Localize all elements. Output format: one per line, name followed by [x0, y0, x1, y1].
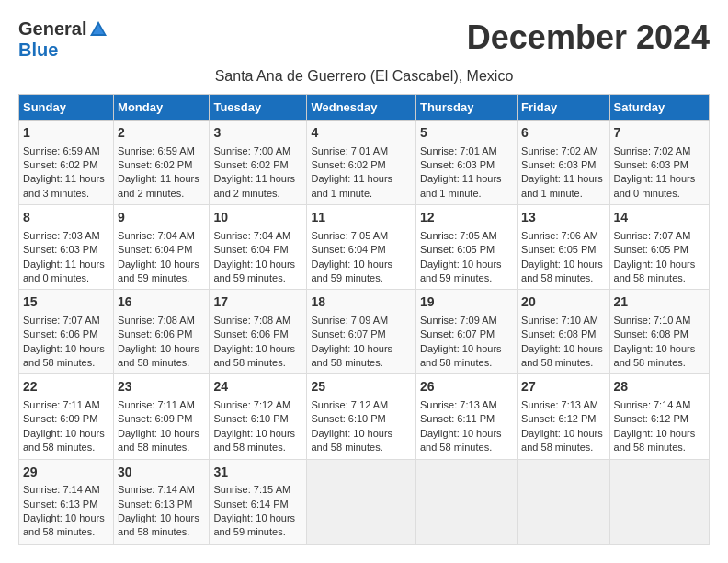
- month-title: December 2024: [467, 18, 710, 57]
- sunset-label: Sunset: 6:10 PM: [213, 413, 288, 424]
- day-number: 19: [420, 293, 513, 312]
- daylight-label: Daylight: 10 hours and 59 minutes.: [311, 259, 392, 283]
- col-monday: Monday: [114, 95, 210, 121]
- sunrise-label: Sunrise: 7:01 AM: [420, 145, 497, 156]
- daylight-label: Daylight: 10 hours and 58 minutes.: [311, 343, 392, 368]
- daylight-label: Daylight: 11 hours and 1 minute.: [420, 173, 502, 198]
- col-tuesday: Tuesday: [210, 95, 307, 121]
- day-number: 14: [614, 209, 705, 227]
- daylight-label: Daylight: 11 hours and 1 minute.: [521, 173, 603, 198]
- calendar-cell: 30Sunrise: 7:14 AMSunset: 6:13 PMDayligh…: [114, 459, 210, 544]
- daylight-label: Daylight: 10 hours and 58 minutes.: [213, 343, 295, 368]
- sunrise-label: Sunrise: 7:11 AM: [23, 399, 100, 410]
- sunrise-label: Sunrise: 7:06 AM: [521, 230, 598, 241]
- calendar-cell: 12Sunrise: 7:05 AMSunset: 6:05 PMDayligh…: [415, 205, 517, 290]
- sunrise-label: Sunrise: 7:01 AM: [311, 145, 388, 156]
- sunrise-label: Sunrise: 7:08 AM: [118, 315, 195, 326]
- calendar-cell: 21Sunrise: 7:10 AMSunset: 6:08 PMDayligh…: [609, 290, 709, 374]
- daylight-label: Daylight: 10 hours and 59 minutes.: [213, 259, 295, 283]
- sunrise-label: Sunrise: 6:59 AM: [118, 145, 195, 156]
- sunset-label: Sunset: 6:02 PM: [213, 159, 288, 170]
- calendar-cell: 1Sunrise: 6:59 AMSunset: 6:02 PMDaylight…: [19, 121, 114, 205]
- day-number: 5: [420, 124, 513, 143]
- calendar-cell: 27Sunrise: 7:13 AMSunset: 6:12 PMDayligh…: [518, 374, 609, 459]
- sunset-label: Sunset: 6:06 PM: [118, 328, 192, 339]
- daylight-label: Daylight: 10 hours and 58 minutes.: [118, 343, 199, 368]
- daylight-label: Daylight: 11 hours and 1 minute.: [311, 173, 392, 198]
- day-number: 9: [118, 209, 205, 227]
- day-number: 18: [311, 293, 412, 312]
- sunrise-label: Sunrise: 7:14 AM: [614, 399, 691, 410]
- calendar-cell: 15Sunrise: 7:07 AMSunset: 6:06 PMDayligh…: [19, 290, 114, 374]
- sunset-label: Sunset: 6:06 PM: [23, 328, 97, 339]
- calendar-cell: 13Sunrise: 7:06 AMSunset: 6:05 PMDayligh…: [518, 205, 609, 290]
- calendar-week-row: 22Sunrise: 7:11 AMSunset: 6:09 PMDayligh…: [19, 374, 710, 459]
- daylight-label: Daylight: 10 hours and 58 minutes.: [614, 343, 696, 368]
- sunset-label: Sunset: 6:12 PM: [614, 413, 688, 424]
- sunset-label: Sunset: 6:08 PM: [521, 328, 596, 339]
- daylight-label: Daylight: 10 hours and 59 minutes.: [118, 259, 199, 283]
- daylight-label: Daylight: 10 hours and 58 minutes.: [213, 428, 295, 453]
- daylight-label: Daylight: 11 hours and 0 minutes.: [23, 259, 105, 283]
- sunrise-label: Sunrise: 7:07 AM: [614, 230, 691, 241]
- calendar-cell: 9Sunrise: 7:04 AMSunset: 6:04 PMDaylight…: [114, 205, 210, 290]
- sunset-label: Sunset: 6:10 PM: [311, 413, 385, 424]
- calendar-cell: 11Sunrise: 7:05 AMSunset: 6:04 PMDayligh…: [307, 205, 416, 290]
- sunrise-label: Sunrise: 7:02 AM: [614, 145, 691, 156]
- calendar-cell: 19Sunrise: 7:09 AMSunset: 6:07 PMDayligh…: [415, 290, 517, 374]
- sunset-label: Sunset: 6:05 PM: [420, 244, 495, 255]
- daylight-label: Daylight: 10 hours and 58 minutes.: [521, 343, 603, 368]
- daylight-label: Daylight: 10 hours and 58 minutes.: [521, 428, 603, 453]
- day-number: 28: [614, 378, 705, 396]
- daylight-label: Daylight: 10 hours and 58 minutes.: [118, 428, 199, 453]
- day-number: 22: [23, 378, 109, 396]
- calendar-cell: 24Sunrise: 7:12 AMSunset: 6:10 PMDayligh…: [210, 374, 307, 459]
- sunset-label: Sunset: 6:03 PM: [521, 159, 596, 170]
- calendar-cell: 2Sunrise: 6:59 AMSunset: 6:02 PMDaylight…: [114, 121, 210, 205]
- daylight-label: Daylight: 10 hours and 58 minutes.: [23, 343, 105, 368]
- sunset-label: Sunset: 6:03 PM: [420, 159, 495, 170]
- logo-icon: [88, 19, 108, 40]
- sunset-label: Sunset: 6:02 PM: [311, 159, 385, 170]
- daylight-label: Daylight: 10 hours and 58 minutes.: [23, 428, 105, 453]
- daylight-label: Daylight: 10 hours and 58 minutes.: [311, 428, 392, 453]
- sunrise-label: Sunrise: 6:59 AM: [23, 145, 100, 156]
- sunset-label: Sunset: 6:04 PM: [213, 244, 288, 255]
- calendar-cell: [307, 459, 416, 544]
- sunrise-label: Sunrise: 7:12 AM: [213, 399, 290, 410]
- sunset-label: Sunset: 6:07 PM: [311, 328, 385, 339]
- calendar-cell: 7Sunrise: 7:02 AMSunset: 6:03 PMDaylight…: [609, 121, 709, 205]
- logo-general: General: [18, 18, 86, 40]
- sunrise-label: Sunrise: 7:05 AM: [311, 230, 388, 241]
- sunrise-label: Sunrise: 7:07 AM: [23, 315, 100, 326]
- daylight-label: Daylight: 10 hours and 59 minutes.: [213, 512, 295, 537]
- sunrise-label: Sunrise: 7:14 AM: [118, 484, 195, 495]
- calendar-cell: 25Sunrise: 7:12 AMSunset: 6:10 PMDayligh…: [307, 374, 416, 459]
- sunset-label: Sunset: 6:13 PM: [118, 499, 192, 510]
- sunset-label: Sunset: 6:02 PM: [118, 159, 192, 170]
- calendar-cell: 10Sunrise: 7:04 AMSunset: 6:04 PMDayligh…: [210, 205, 307, 290]
- location-title: Santa Ana de Guerrero (El Cascabel), Mex…: [18, 68, 710, 85]
- sunset-label: Sunset: 6:05 PM: [614, 244, 688, 255]
- calendar-cell: 5Sunrise: 7:01 AMSunset: 6:03 PMDaylight…: [415, 121, 517, 205]
- day-number: 20: [521, 293, 605, 312]
- daylight-label: Daylight: 10 hours and 58 minutes.: [614, 428, 696, 453]
- daylight-label: Daylight: 10 hours and 58 minutes.: [420, 428, 502, 453]
- day-number: 7: [614, 124, 705, 143]
- sunrise-label: Sunrise: 7:03 AM: [23, 230, 100, 241]
- calendar-cell: 23Sunrise: 7:11 AMSunset: 6:09 PMDayligh…: [114, 374, 210, 459]
- sunrise-label: Sunrise: 7:05 AM: [420, 230, 497, 241]
- day-number: 1: [23, 124, 109, 143]
- logo: General Blue: [18, 18, 108, 61]
- calendar-cell: 14Sunrise: 7:07 AMSunset: 6:05 PMDayligh…: [609, 205, 709, 290]
- col-saturday: Saturday: [609, 95, 709, 121]
- calendar-cell: 4Sunrise: 7:01 AMSunset: 6:02 PMDaylight…: [307, 121, 416, 205]
- sunset-label: Sunset: 6:02 PM: [23, 159, 97, 170]
- day-number: 15: [23, 293, 109, 312]
- calendar-cell: 18Sunrise: 7:09 AMSunset: 6:07 PMDayligh…: [307, 290, 416, 374]
- daylight-label: Daylight: 10 hours and 58 minutes.: [420, 343, 502, 368]
- day-number: 26: [420, 378, 513, 396]
- sunrise-label: Sunrise: 7:12 AM: [311, 399, 388, 410]
- sunrise-label: Sunrise: 7:09 AM: [311, 315, 388, 326]
- calendar-cell: 6Sunrise: 7:02 AMSunset: 6:03 PMDaylight…: [518, 121, 609, 205]
